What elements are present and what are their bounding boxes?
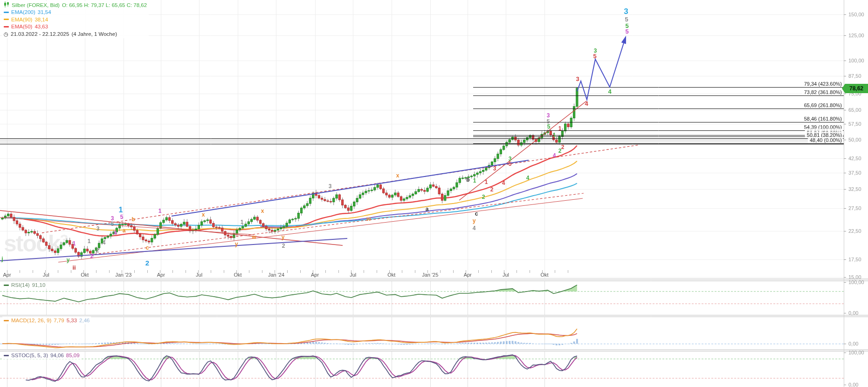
date-range: 21.03.2022 - 22.12.2025 <box>11 31 69 37</box>
ema90-swatch <box>4 19 9 20</box>
main-chart-legend[interactable]: Silber (FOREX, Bid) O: 66,95 H: 79,37 L:… <box>2 1 149 38</box>
ema90-label: EMA(90) <box>11 16 32 23</box>
macd-value: 7,79 <box>54 317 64 324</box>
instrument-legend-row[interactable]: Silber (FOREX, Bid) O: 66,95 H: 79,37 L:… <box>4 1 147 9</box>
period-note: (4 Jahre, 1 Woche) <box>71 31 117 37</box>
macd-swatch <box>4 320 9 321</box>
date-range-row[interactable]: ◷ 21.03.2022 - 22.12.2025 (4 Jahre, 1 Wo… <box>4 30 147 38</box>
ema200-label: EMA(200) <box>11 9 35 15</box>
chart-window: stock3 Silber (FOREX, Bid) O: 66,95 H: 7… <box>0 0 868 387</box>
last-price-value: 78,62 <box>849 85 863 92</box>
ohlc-values: O: 66,95 H: 79,37 L: 65,65 C: 78,62 <box>62 2 147 8</box>
ema50-swatch <box>4 26 9 27</box>
ema200-swatch <box>4 12 9 13</box>
macd-label: MACD(12, 26, 9) <box>11 317 51 324</box>
price-chart-canvas[interactable] <box>0 0 868 387</box>
ema90-value: 38,14 <box>34 16 48 23</box>
instrument-name: Silber (FOREX, Bid) <box>12 2 60 8</box>
rsi-legend[interactable]: RSI(14) 91,10 <box>2 281 47 289</box>
last-price-badge: 78,62 <box>842 84 868 93</box>
ema200-value: 31,54 <box>38 9 51 15</box>
sstoc-swatch <box>4 355 9 356</box>
macd-signal-value: 5,33 <box>67 317 77 324</box>
clock-icon: ◷ <box>4 31 8 37</box>
ema50-label: EMA(50) <box>11 23 32 30</box>
macd-legend[interactable]: MACD(12, 26, 9) 7,79 5,33 2,46 <box>2 317 91 324</box>
ema50-value: 43,63 <box>34 23 48 30</box>
macd-hist-value: 2,46 <box>79 317 90 324</box>
ema200-legend-row[interactable]: EMA(200) 31,54 <box>4 9 147 16</box>
sstoc-d-value: 85,09 <box>66 352 80 359</box>
candlestick-icon <box>4 1 9 9</box>
ema50-legend-row[interactable]: EMA(50) 43,63 <box>4 23 147 31</box>
sstoc-label: SSTOC(5, 5, 3) <box>11 352 48 359</box>
sstoc-legend[interactable]: SSTOC(5, 5, 3) 94,06 85,09 <box>2 352 82 359</box>
rsi-label: RSI(14) <box>11 282 30 288</box>
rsi-swatch <box>4 285 9 286</box>
ema90-legend-row[interactable]: EMA(90) 38,14 <box>4 16 147 23</box>
rsi-value: 91,10 <box>32 282 46 288</box>
sstoc-k-value: 94,06 <box>50 352 64 359</box>
